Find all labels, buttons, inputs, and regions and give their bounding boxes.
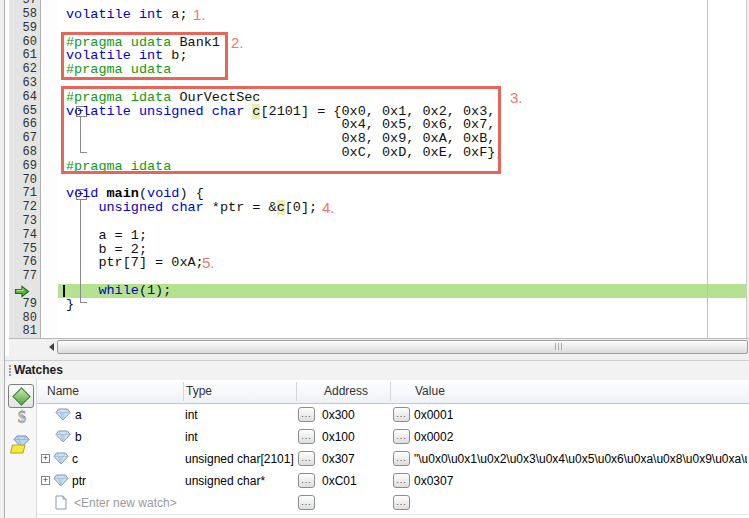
line-number[interactable]: 62	[9, 63, 37, 77]
watch-type: unsigned char*	[185, 470, 265, 492]
annotation-box-udata	[61, 32, 228, 80]
annotation-number-5: 5.	[202, 255, 215, 270]
annotation-number-1: 1.	[193, 7, 206, 22]
watch-name: a	[75, 404, 82, 426]
value-browse-button[interactable]: ...	[393, 451, 410, 466]
watches-panel-title: Watches	[14, 361, 63, 379]
text-cursor	[63, 285, 65, 297]
new-watch-placeholder[interactable]: <Enter new watch>	[74, 492, 177, 514]
line-number[interactable]: 76	[9, 256, 37, 270]
line-number[interactable]: 63	[9, 77, 37, 91]
code-line-75[interactable]: b = 2;	[58, 243, 147, 257]
watch-value: 0x0002	[414, 426, 747, 448]
watch-row-a[interactable]: aint...0x300...0x0001	[37, 404, 749, 427]
code-line-77[interactable]	[58, 270, 66, 284]
line-number[interactable]: 71	[9, 187, 37, 201]
ide-window: 5758596061626364656667686970717273747576…	[0, 0, 749, 518]
line-number[interactable]: 60	[9, 36, 37, 50]
address-browse-button[interactable]: ...	[298, 451, 315, 466]
line-number[interactable]: 65	[9, 105, 37, 119]
watch-gem-icon	[53, 452, 69, 468]
watches-titlebar: Watches	[5, 360, 749, 381]
scroll-left-arrow-icon[interactable]	[49, 343, 54, 351]
line-number[interactable]: 75	[9, 243, 37, 257]
line-number[interactable]: 74	[9, 229, 37, 243]
code-line-72[interactable]: unsigned char *ptr = &c[0];	[58, 201, 317, 215]
line-number[interactable]: 73	[9, 215, 37, 229]
scrollbar-grip-icon	[555, 343, 556, 350]
fold-margin	[41, 0, 58, 338]
watch-name: ptr	[72, 470, 86, 492]
column-header-name[interactable]: Name	[47, 380, 79, 403]
code-line-73[interactable]	[58, 215, 66, 229]
value-browse-button[interactable]: ...	[393, 407, 410, 422]
hscrollbar-thumb[interactable]	[57, 340, 748, 354]
code-line-74[interactable]: a = 1;	[58, 229, 147, 243]
panel-grip-icon[interactable]	[9, 365, 11, 367]
annotation-number-2: 2.	[231, 35, 244, 50]
line-number[interactable]: 68	[9, 146, 37, 160]
line-number[interactable]: 70	[9, 174, 37, 188]
watch-address: 0x100	[322, 426, 355, 448]
code-line-80[interactable]	[58, 312, 66, 326]
column-header-type[interactable]: Type	[186, 380, 212, 403]
watch-type: int	[185, 426, 198, 448]
line-number[interactable]: 72	[9, 201, 37, 215]
line-number[interactable]: 69	[9, 160, 37, 174]
new-watch-row[interactable]: <Enter new watch> ... ...	[37, 492, 749, 515]
value-browse-button[interactable]: ...	[393, 429, 410, 444]
annotation-box-idata	[61, 86, 501, 174]
value-browse-button[interactable]: ...	[393, 495, 410, 510]
line-number[interactable]: 79	[9, 298, 37, 312]
code-line-71[interactable]: void main(void) {	[58, 187, 204, 201]
watch-row-ptr[interactable]: +ptrunsigned char*...0xC01...0x0307	[37, 470, 749, 493]
watch-table-header: Name Type Address Value	[37, 380, 749, 404]
address-browse-button[interactable]: ...	[298, 473, 315, 488]
line-number[interactable]: 58	[9, 8, 37, 22]
code-line-57[interactable]	[58, 0, 66, 8]
line-number[interactable]: 66	[9, 118, 37, 132]
watch-address: 0x307	[322, 448, 355, 470]
watches-toolbar: $	[5, 379, 37, 518]
watch-name: c	[72, 448, 78, 470]
code-line-79[interactable]: }	[58, 298, 74, 312]
column-header-value[interactable]: Value	[415, 380, 445, 403]
watch-gem-icon	[53, 474, 69, 490]
code-line-76[interactable]: ptr[7] = 0xA;	[58, 256, 204, 270]
watch-row-c[interactable]: +cunsigned char[2101]...0x307..."\u0x0\u…	[37, 448, 749, 471]
address-browse-button[interactable]: ...	[298, 407, 315, 422]
code-line-58[interactable]: volatile int a;	[58, 8, 188, 22]
code-line-81[interactable]	[58, 325, 66, 339]
watch-row-b[interactable]: bint...0x100...0x0002	[37, 426, 749, 449]
watch-gem-icon	[55, 408, 71, 424]
line-number[interactable]: 67	[9, 132, 37, 146]
line-number[interactable]: 81	[9, 325, 37, 338]
line-number-gutter[interactable]: 5758596061626364656667686970717273747576…	[9, 0, 41, 338]
line-number[interactable]: 61	[9, 49, 37, 63]
expand-icon[interactable]: +	[41, 454, 50, 463]
watch-type: int	[185, 404, 198, 426]
watch-value: 0x0307	[414, 470, 747, 492]
column-header-address[interactable]: Address	[324, 380, 368, 403]
value-browse-button[interactable]: ...	[393, 473, 410, 488]
address-browse-button[interactable]: ...	[298, 495, 315, 510]
line-number[interactable]: 80	[9, 312, 37, 326]
expand-icon[interactable]: +	[41, 476, 50, 485]
code-line-78[interactable]: while(1);	[58, 284, 171, 298]
new-page-icon	[55, 495, 67, 513]
gem-folder-icon[interactable]	[9, 434, 33, 456]
watch-type: unsigned char[2101]	[185, 448, 294, 470]
watch-value: 0x0001	[414, 404, 747, 426]
annotation-number-3: 3.	[510, 90, 523, 105]
line-number[interactable]: 59	[9, 22, 37, 36]
watch-gem-icon	[55, 430, 71, 446]
line-number[interactable]: 77	[9, 270, 37, 284]
line-number[interactable]: 64	[9, 91, 37, 105]
watch-address: 0xC01	[322, 470, 357, 492]
editor-hscrollbar[interactable]	[9, 339, 749, 357]
address-browse-button[interactable]: ...	[298, 429, 315, 444]
watches-view-button[interactable]	[8, 384, 34, 408]
dollar-sign-icon[interactable]: $	[13, 408, 31, 428]
code-line-70[interactable]	[58, 174, 66, 188]
green-diamond-icon	[12, 387, 30, 405]
